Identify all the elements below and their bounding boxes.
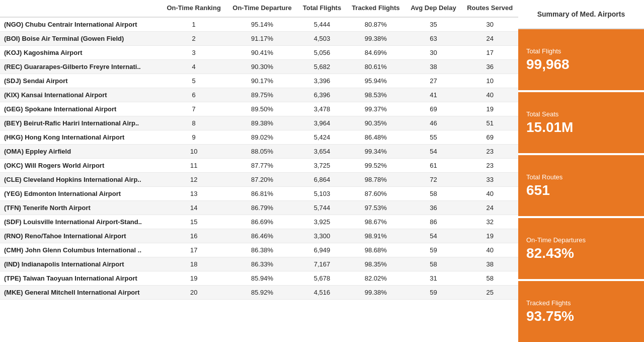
cell-value: 69 bbox=[461, 130, 518, 144]
cell-value: 32 bbox=[461, 215, 518, 229]
cell-airport: (REC) Guararapes-Gilberto Freyre Interna… bbox=[0, 59, 161, 74]
table-row: (RNO) Reno/Tahoe International Airport16… bbox=[0, 229, 518, 243]
stat-card: Tracked Flights93.75% bbox=[518, 281, 644, 342]
sidebar-header: Summary of Med. Airports bbox=[518, 0, 644, 29]
main-container: On-Time Ranking On-Time Departure Total … bbox=[0, 0, 644, 342]
cell-airport: (KIX) Kansai International Airport bbox=[0, 88, 161, 102]
stat-value: 82.43% bbox=[526, 246, 636, 261]
cell-value: 30 bbox=[461, 17, 518, 32]
table-row: (TFN) Tenerife North Airport1486.79%5,74… bbox=[0, 200, 518, 215]
cell-value: 72 bbox=[405, 172, 461, 186]
stat-value: 651 bbox=[526, 183, 636, 198]
cell-value: 3,725 bbox=[298, 158, 346, 172]
cell-value: 40 bbox=[461, 186, 518, 200]
stat-card: On-Time Departures82.43% bbox=[518, 218, 644, 279]
cell-value: 36 bbox=[405, 200, 461, 215]
cell-value: 59 bbox=[405, 243, 461, 257]
cell-value: 86 bbox=[405, 215, 461, 229]
cell-value: 5,424 bbox=[298, 130, 346, 144]
cell-airport: (SDF) Louisville International Airport-S… bbox=[0, 215, 161, 229]
cell-value: 35 bbox=[405, 17, 461, 32]
cell-value: 87.77% bbox=[226, 158, 297, 172]
cell-value: 33 bbox=[461, 172, 518, 186]
stat-label: On-Time Departures bbox=[526, 236, 636, 244]
cell-value: 97.53% bbox=[346, 200, 405, 215]
cell-value: 86.33% bbox=[226, 257, 297, 271]
stat-card: Total Flights99,968 bbox=[518, 29, 644, 90]
cell-value: 54 bbox=[405, 144, 461, 158]
cell-value: 3,300 bbox=[298, 229, 346, 243]
cell-value: 6,864 bbox=[298, 172, 346, 186]
cell-value: 6 bbox=[161, 88, 226, 102]
cell-value: 16 bbox=[161, 229, 226, 243]
table-row: (KIX) Kansai International Airport689.75… bbox=[0, 88, 518, 102]
table-header-row: On-Time Ranking On-Time Departure Total … bbox=[0, 0, 518, 17]
cell-value: 86.79% bbox=[226, 200, 297, 215]
cell-value: 12 bbox=[161, 172, 226, 186]
cell-value: 40 bbox=[461, 243, 518, 257]
cell-value: 38 bbox=[461, 257, 518, 271]
col-tracked-flights: Tracked Flights bbox=[346, 0, 405, 17]
cell-value: 98.78% bbox=[346, 172, 405, 186]
cell-value: 5,056 bbox=[298, 45, 346, 59]
cell-value: 95.94% bbox=[346, 74, 405, 88]
cell-airport: (MKE) General Mitchell International Air… bbox=[0, 285, 161, 299]
cell-value: 11 bbox=[161, 158, 226, 172]
cell-value: 84.69% bbox=[346, 45, 405, 59]
table-row: (SDF) Louisville International Airport-S… bbox=[0, 215, 518, 229]
cell-value: 3,396 bbox=[298, 74, 346, 88]
table-row: (BEY) Beirut-Rafic Hariri International … bbox=[0, 116, 518, 130]
cell-value: 19 bbox=[461, 102, 518, 116]
sidebar: Summary of Med. Airports Total Flights99… bbox=[518, 0, 644, 342]
cell-value: 18 bbox=[161, 257, 226, 271]
cell-value: 46 bbox=[405, 116, 461, 130]
stat-label: Total Seats bbox=[526, 110, 636, 118]
cell-airport: (BEY) Beirut-Rafic Hariri International … bbox=[0, 116, 161, 130]
cell-value: 98.67% bbox=[346, 215, 405, 229]
cell-value: 99.52% bbox=[346, 158, 405, 172]
cell-value: 99.37% bbox=[346, 102, 405, 116]
cell-value: 86.46% bbox=[226, 229, 297, 243]
cell-value: 85.94% bbox=[226, 271, 297, 285]
cell-airport: (CLE) Cleveland Hopkins International Ai… bbox=[0, 172, 161, 186]
airports-table: On-Time Ranking On-Time Departure Total … bbox=[0, 0, 518, 300]
table-row: (CLE) Cleveland Hopkins International Ai… bbox=[0, 172, 518, 186]
cell-value: 4,516 bbox=[298, 285, 346, 299]
table-row: (OMA) Eppley Airfield1088.05%3,65499.34%… bbox=[0, 144, 518, 158]
cell-airport: (YEG) Edmonton International Airport bbox=[0, 186, 161, 200]
table-row: (MKE) General Mitchell International Air… bbox=[0, 285, 518, 299]
cell-value: 69 bbox=[405, 102, 461, 116]
cell-value: 5,444 bbox=[298, 17, 346, 32]
stat-card: Total Seats15.01M bbox=[518, 92, 644, 153]
cell-airport: (TPE) Taiwan Taoyuan International Airpo… bbox=[0, 271, 161, 285]
cell-value: 85.92% bbox=[226, 285, 297, 299]
col-routes-served: Routes Served bbox=[461, 0, 518, 17]
cell-value: 23 bbox=[461, 158, 518, 172]
stat-card: Total Routes651 bbox=[518, 155, 644, 216]
cell-value: 99.38% bbox=[346, 31, 405, 45]
cell-airport: (BOI) Boise Air Terminal (Gowen Field) bbox=[0, 31, 161, 45]
cell-value: 82.02% bbox=[346, 271, 405, 285]
cell-value: 88.05% bbox=[226, 144, 297, 158]
cell-value: 3,964 bbox=[298, 116, 346, 130]
col-total-flights: Total Flights bbox=[298, 0, 346, 17]
cell-value: 24 bbox=[461, 200, 518, 215]
cell-value: 7,167 bbox=[298, 257, 346, 271]
cell-value: 61 bbox=[405, 158, 461, 172]
table-row: (CMH) John Glenn Columbus International … bbox=[0, 243, 518, 257]
table-row: (OKC) Will Rogers World Airport1187.77%3… bbox=[0, 158, 518, 172]
cell-value: 4 bbox=[161, 59, 226, 74]
table-row: (IND) Indianapolis International Airport… bbox=[0, 257, 518, 271]
cell-value: 13 bbox=[161, 186, 226, 200]
cell-airport: (GEG) Spokane International Airport bbox=[0, 102, 161, 116]
table-body: (NGO) Chubu Centrair International Airpo… bbox=[0, 17, 518, 300]
cell-value: 99.34% bbox=[346, 144, 405, 158]
cell-value: 40 bbox=[461, 88, 518, 102]
cell-value: 5 bbox=[161, 74, 226, 88]
cell-airport: (HKG) Hong Kong International Airport bbox=[0, 130, 161, 144]
cell-value: 25 bbox=[461, 285, 518, 299]
table-row: (REC) Guararapes-Gilberto Freyre Interna… bbox=[0, 59, 518, 74]
cell-value: 8 bbox=[161, 116, 226, 130]
cell-airport: (KOJ) Kagoshima Airport bbox=[0, 45, 161, 59]
cell-value: 19 bbox=[461, 229, 518, 243]
